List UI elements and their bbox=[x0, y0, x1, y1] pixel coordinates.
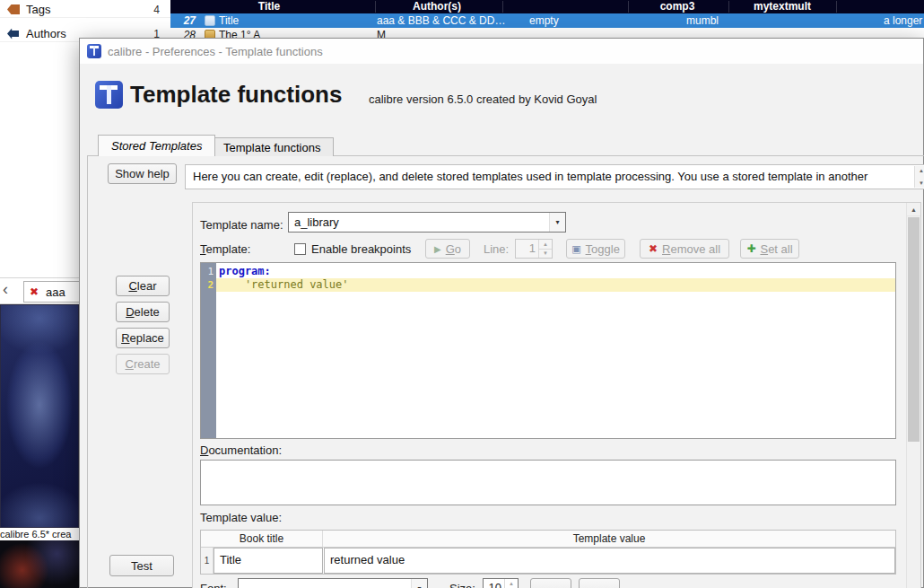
editor-content[interactable]: program: 'returned value' bbox=[216, 263, 895, 438]
template-label: Template: bbox=[200, 242, 250, 256]
column-header-template-value: Template value bbox=[323, 531, 895, 547]
search-value: aaa bbox=[46, 285, 65, 299]
collapse-chevron-icon[interactable]: ‹ bbox=[3, 280, 8, 299]
remove-all-label: Remove all bbox=[662, 242, 720, 256]
scrollbar-up-icon[interactable]: ▲ bbox=[919, 168, 924, 173]
replace-label: Replace bbox=[121, 331, 164, 345]
size-value: 10 bbox=[484, 579, 504, 588]
template-value-label: Template value: bbox=[200, 511, 282, 524]
cell-mytextmult: mumbl bbox=[686, 14, 719, 27]
tab-stored-templates[interactable]: Stored Templates bbox=[98, 135, 215, 156]
cell-title: Title bbox=[219, 14, 239, 27]
set-all-button[interactable]: ✚ Set all bbox=[740, 239, 799, 259]
scrollbar-up-icon[interactable]: ▲ bbox=[907, 203, 920, 216]
status-caption: calibre 6.5* crea bbox=[0, 528, 79, 540]
template-code-editor[interactable]: 1 2 program: 'returned value' bbox=[200, 262, 896, 439]
book-title-cell[interactable]: Title bbox=[214, 548, 323, 574]
documentation-label: Documentation: bbox=[200, 443, 282, 457]
delete-button[interactable]: Delete bbox=[116, 302, 170, 322]
column-divider bbox=[628, 1, 629, 13]
dialog-title: calibre - Preferences - Template functio… bbox=[108, 45, 323, 58]
book-icon bbox=[205, 15, 215, 26]
bottom-button-1[interactable] bbox=[530, 578, 571, 588]
spinner-buttons: ▲ ▼ bbox=[538, 240, 552, 258]
spin-up-icon[interactable]: ▲ bbox=[505, 579, 518, 588]
add-icon: ✚ bbox=[746, 242, 755, 255]
show-help-button[interactable]: Show help bbox=[108, 163, 177, 184]
enable-breakpoints-checkbox[interactable] bbox=[294, 243, 306, 255]
table-header-row: Book title Template value bbox=[201, 531, 895, 548]
bottom-button-2[interactable] bbox=[579, 578, 620, 588]
template-name-label: Template name: bbox=[200, 218, 283, 232]
test-label: Test bbox=[131, 559, 153, 573]
size-label: Size: bbox=[449, 582, 475, 588]
dropdown-arrow-icon[interactable]: ▾ bbox=[549, 213, 565, 232]
help-scrollbar[interactable]: ▲ ▼ bbox=[914, 166, 924, 188]
create-button[interactable]: Create bbox=[116, 354, 170, 374]
font-combo[interactable]: ▾ bbox=[238, 578, 428, 588]
template-name-combo[interactable]: a_library ▾ bbox=[288, 212, 566, 233]
column-divider bbox=[836, 1, 837, 13]
enable-breakpoints-label: Enable breakpoints bbox=[311, 242, 411, 256]
row-number: 1 bbox=[201, 548, 214, 574]
column-header-comp3[interactable]: comp3 bbox=[660, 0, 695, 13]
template-value-table: Book title Template value 1 Title return… bbox=[200, 530, 896, 575]
cell-authors: aaa & BBB & CCC & DD… bbox=[377, 14, 505, 27]
column-header-mytextmult[interactable]: mytextmult bbox=[754, 0, 811, 13]
book-list-header: Title Author(s) comp3 mytextmult bbox=[170, 0, 924, 13]
dropdown-arrow-icon[interactable]: ▾ bbox=[411, 579, 427, 588]
size-spinner[interactable]: 10 ▲ ▼ bbox=[483, 578, 519, 588]
replace-button[interactable]: Replace bbox=[116, 328, 170, 348]
table-row: 1 Title returned value bbox=[201, 548, 895, 574]
remove-all-button[interactable]: ✖ Remove all bbox=[640, 239, 729, 259]
cover-grid-thumbnail[interactable] bbox=[0, 540, 79, 588]
show-help-label: Show help bbox=[115, 167, 170, 180]
documentation-textarea[interactable] bbox=[200, 460, 896, 505]
test-button[interactable]: Test bbox=[109, 555, 174, 576]
book-list-selected-row[interactable]: 27 Title aaa & BBB & CCC & DD… empty mum… bbox=[170, 13, 924, 28]
spin-up-icon[interactable]: ▲ bbox=[539, 240, 552, 250]
editor-line-numbers[interactable]: 1 2 bbox=[201, 263, 216, 438]
code-string: 'returned value' bbox=[219, 278, 349, 291]
toggle-button[interactable]: ▣ Toggle bbox=[566, 239, 625, 259]
line-number-active: 2 bbox=[201, 278, 216, 292]
help-text: Here you can create, edit (replace), and… bbox=[193, 165, 911, 189]
scrollbar-down-icon[interactable]: ▼ bbox=[919, 180, 924, 186]
page-subtitle: calibre version 6.5.0 created by Kovid G… bbox=[369, 92, 597, 106]
line-number: 1 bbox=[201, 265, 216, 278]
spinner-buttons: ▲ ▼ bbox=[504, 579, 518, 588]
line-value: 1 bbox=[516, 240, 538, 258]
code-keyword: program: bbox=[219, 265, 271, 277]
remove-icon: ✖ bbox=[649, 242, 658, 255]
font-label: Font: bbox=[200, 582, 227, 588]
go-button[interactable]: ▶ Go bbox=[425, 239, 470, 259]
dialog-scrollbar[interactable]: ▲ bbox=[906, 203, 920, 588]
authors-icon bbox=[7, 29, 19, 39]
column-header-title[interactable]: Title bbox=[258, 0, 280, 13]
tag-icon bbox=[7, 4, 20, 14]
dialog-title-bar[interactable]: calibre - Preferences - Template functio… bbox=[80, 39, 923, 64]
page-title: Template functions bbox=[130, 81, 342, 109]
delete-label: Delete bbox=[126, 305, 160, 319]
code-line-current: 'returned value' bbox=[216, 278, 895, 292]
clear-button[interactable]: Clear bbox=[116, 276, 170, 296]
tags-count: 4 bbox=[153, 4, 165, 16]
sidebar-item-tags[interactable]: Tags 4 bbox=[0, 2, 170, 18]
spin-down-icon[interactable]: ▼ bbox=[539, 250, 552, 259]
screen: { "window": { "tag_browser": { "tags_lab… bbox=[0, 0, 924, 588]
template-functions-dialog: calibre - Preferences - Template functio… bbox=[79, 38, 924, 588]
code-line: program: bbox=[216, 265, 895, 278]
font-value bbox=[239, 579, 411, 588]
cell-comp3: empty bbox=[529, 14, 559, 27]
clear-search-icon[interactable]: ✖ bbox=[30, 285, 39, 298]
line-spinner[interactable]: 1 ▲ ▼ bbox=[515, 239, 553, 259]
create-label: Create bbox=[125, 357, 160, 371]
calibre-icon bbox=[87, 44, 101, 58]
toggle-label: Toggle bbox=[586, 242, 620, 256]
template-value-cell[interactable]: returned value bbox=[324, 548, 895, 574]
toggle-breakpoint-icon: ▣ bbox=[571, 243, 580, 255]
column-header-authors[interactable]: Author(s) bbox=[413, 0, 461, 13]
book-cover-thumbnail[interactable] bbox=[0, 304, 79, 528]
tab-template-functions[interactable]: Template functions bbox=[210, 137, 334, 156]
scrollbar-thumb[interactable] bbox=[908, 217, 920, 442]
